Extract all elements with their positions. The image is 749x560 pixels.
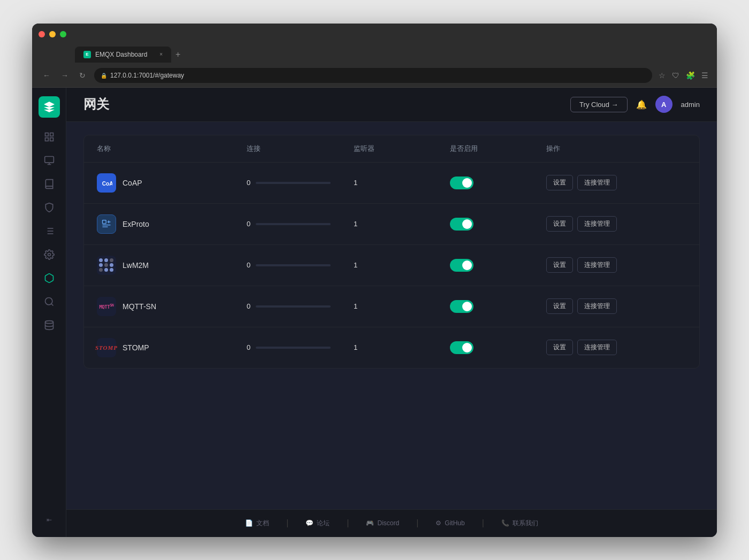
svg-line-13 (51, 303, 53, 305)
sidebar-item-rules[interactable] (39, 220, 60, 242)
sidebar-collapse-button[interactable]: ⇤ (39, 511, 60, 528)
svg-point-14 (45, 320, 53, 323)
footer-divider-4: | (482, 518, 484, 528)
forward-button[interactable]: → (59, 69, 71, 82)
toggle-coap[interactable] (450, 177, 546, 189)
sidebar-item-settings[interactable] (39, 244, 60, 265)
table-row: STOMP STOMP 0 1 (84, 327, 699, 368)
mqttsn-icon: MQTTSN (97, 297, 116, 316)
manage-coap-button[interactable]: 连接管理 (577, 175, 617, 190)
try-cloud-button[interactable]: Try Cloud → (570, 97, 627, 112)
sidebar-item-monitor[interactable] (39, 150, 60, 171)
url-text: 127.0.0.1:7001/#/gateway (110, 72, 184, 79)
svg-rect-4 (44, 156, 54, 163)
settings-stomp-button[interactable]: 设置 (546, 340, 573, 355)
gateway-label-mqttsn: MQTT-SN (123, 302, 156, 311)
tab-favicon: E (83, 51, 91, 58)
connection-mqttsn: 0 (247, 302, 354, 310)
docs-icon: 📄 (245, 519, 253, 527)
close-traffic-light[interactable] (39, 31, 45, 37)
browser-addressbar: ← → ↻ 🔒 127.0.0.1:7001/#/gateway ☆ 🛡 🧩 ☰ (32, 64, 717, 88)
connection-exproto: 0 (247, 220, 354, 228)
sidebar-item-dashboard[interactable] (39, 126, 60, 148)
settings-coap-button[interactable]: 设置 (546, 175, 573, 190)
gateway-name-lwm2m: LwM2M (97, 256, 247, 275)
sidebar-item-data[interactable] (39, 314, 60, 336)
actions-exproto: 设置 连接管理 (546, 216, 686, 232)
manage-lwm2m-button[interactable]: 连接管理 (577, 257, 617, 273)
col-listeners: 监听器 (354, 144, 450, 154)
header-actions: Try Cloud → 🔔 A admin (570, 96, 700, 113)
actions-mqttsn: 设置 连接管理 (546, 298, 686, 314)
sidebar: ⇤ (32, 88, 66, 537)
sidebar-item-gateway[interactable] (39, 267, 60, 289)
new-tab-button[interactable]: + (175, 50, 180, 59)
col-actions: 操作 (546, 144, 686, 154)
menu-icon[interactable]: ☰ (701, 71, 708, 80)
connection-bar-stomp (256, 347, 331, 349)
address-bar[interactable]: 🔒 127.0.0.1:7001/#/gateway (94, 68, 652, 83)
gateway-label-lwm2m: LwM2M (123, 261, 149, 270)
lock-icon: 🔒 (101, 73, 107, 79)
gateway-name-stomp: STOMP STOMP (97, 338, 247, 357)
maximize-traffic-light[interactable] (60, 31, 66, 37)
col-enabled: 是否启用 (450, 144, 546, 154)
svg-rect-1 (50, 133, 53, 136)
discord-icon: 🎮 (366, 519, 374, 527)
gateway-name-exproto: ExProto (97, 214, 247, 234)
table-row: ExProto 0 1 设置 (84, 204, 699, 245)
settings-mqttsn-button[interactable]: 设置 (546, 298, 573, 314)
minimize-traffic-light[interactable] (49, 31, 56, 37)
table-header: 名称 连接 监听器 是否启用 操作 (84, 135, 699, 163)
gateway-name-mqttsn: MQTTSN MQTT-SN (97, 297, 247, 316)
toggle-lwm2m[interactable] (450, 259, 546, 272)
connection-bar-coap (256, 182, 331, 184)
toggle-mqttsn[interactable] (450, 300, 546, 313)
manage-mqttsn-button[interactable]: 连接管理 (577, 298, 617, 314)
col-name: 名称 (97, 144, 247, 154)
listener-mqttsn: 1 (354, 302, 450, 310)
col-connections: 连接 (247, 144, 354, 154)
svg-point-11 (48, 253, 50, 256)
browser-tab[interactable]: E EMQX Dashboard × (75, 47, 171, 63)
footer-divider-3: | (416, 518, 418, 528)
footer-contact-link[interactable]: 📞 联系我们 (501, 519, 538, 528)
actions-stomp: 设置 连接管理 (546, 340, 686, 355)
notification-bell-icon[interactable]: 🔔 (636, 99, 647, 110)
connection-lwm2m: 0 (247, 261, 354, 269)
sidebar-item-search[interactable] (39, 291, 60, 312)
listener-stomp: 1 (354, 343, 450, 351)
tab-close-button[interactable]: × (159, 51, 163, 57)
forum-icon: 💬 (305, 519, 314, 527)
connection-stomp: 0 (247, 343, 354, 351)
footer-github-link[interactable]: ⚙ GitHub (435, 519, 464, 527)
toggle-stomp[interactable] (450, 341, 546, 354)
shield-browser-icon: 🛡 (672, 71, 679, 80)
connection-bar-exproto (256, 223, 331, 225)
actions-lwm2m: 设置 连接管理 (546, 257, 686, 273)
exproto-icon (97, 214, 116, 234)
bookmark-icon[interactable]: ☆ (659, 71, 666, 80)
svg-rect-2 (45, 137, 48, 141)
lwm2m-icon (97, 256, 116, 275)
browser-titlebar (32, 24, 717, 45)
manage-stomp-button[interactable]: 连接管理 (577, 340, 617, 355)
svg-rect-0 (45, 133, 48, 136)
footer-docs-link[interactable]: 📄 文档 (245, 519, 269, 528)
table-row: MQTTSN MQTT-SN 0 1 (84, 286, 699, 327)
sidebar-item-connections[interactable] (39, 173, 60, 195)
listener-lwm2m: 1 (354, 261, 450, 269)
settings-lwm2m-button[interactable]: 设置 (546, 257, 573, 273)
toggle-exproto[interactable] (450, 218, 546, 231)
reload-button[interactable]: ↻ (77, 69, 88, 82)
svg-point-12 (45, 297, 52, 304)
footer-discord-link[interactable]: 🎮 Discord (366, 519, 399, 527)
manage-exproto-button[interactable]: 连接管理 (577, 216, 617, 232)
gateway-name-coap: CoAP CoAP (97, 173, 247, 193)
footer-forum-link[interactable]: 💬 论坛 (305, 519, 330, 528)
main-content: 网关 Try Cloud → 🔔 A admin 名称 连接 监听器 是否启用 (66, 88, 717, 537)
table-row: CoAP CoAP 0 1 (84, 163, 699, 204)
back-button[interactable]: ← (41, 69, 52, 82)
sidebar-item-access[interactable] (39, 197, 60, 218)
settings-exproto-button[interactable]: 设置 (546, 216, 573, 232)
